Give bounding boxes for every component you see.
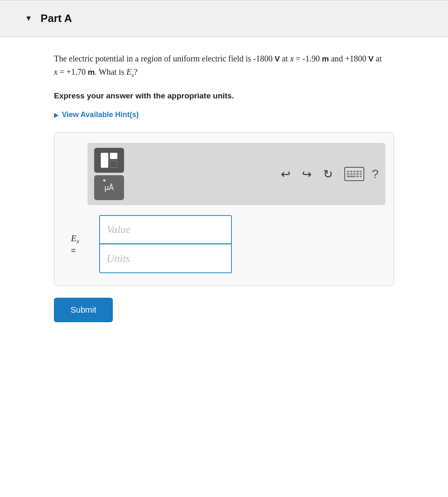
equation-label: Ex = bbox=[71, 233, 92, 255]
hint-link[interactable]: View Available Hint(s) bbox=[54, 110, 394, 119]
toolbar-action-icons: ↩ ↪ ↻ bbox=[281, 167, 364, 181]
undo-icon[interactable]: ↩ bbox=[281, 167, 290, 181]
value-input[interactable] bbox=[99, 215, 232, 244]
toolbar-buttons-left: μÅ bbox=[94, 148, 124, 200]
reload-icon[interactable]: ↻ bbox=[323, 167, 333, 181]
part-title: Part A bbox=[41, 12, 72, 25]
help-icon[interactable]: ? bbox=[372, 167, 379, 181]
keyboard-icon[interactable] bbox=[344, 167, 364, 181]
equals-sign: = bbox=[71, 246, 76, 255]
part-header: ▼ Part A bbox=[0, 0, 448, 37]
toolbar: μÅ ↩ ↪ ↻ ? bbox=[88, 143, 385, 205]
answer-box: μÅ ↩ ↪ ↻ ? bbox=[54, 132, 394, 286]
input-row: Ex = bbox=[71, 215, 385, 273]
content-area: The electric potential in a region of un… bbox=[0, 37, 448, 339]
part-toggle[interactable]: ▼ bbox=[25, 14, 32, 23]
problem-text: The electric potential in a region of un… bbox=[54, 52, 394, 80]
template-icon-button[interactable] bbox=[94, 148, 124, 173]
inputs-column bbox=[99, 215, 232, 273]
unit-symbol-button[interactable]: μÅ bbox=[94, 175, 124, 200]
submit-button[interactable]: Submit bbox=[54, 298, 113, 322]
units-input[interactable] bbox=[99, 244, 232, 273]
bold-instruction: Express your answer with the appropriate… bbox=[54, 91, 394, 100]
ex-label: Ex bbox=[71, 233, 79, 245]
redo-icon[interactable]: ↪ bbox=[302, 167, 312, 181]
